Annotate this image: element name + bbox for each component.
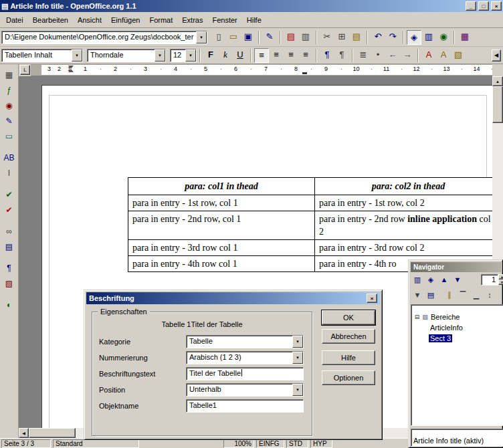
anchor-text-icon[interactable]: ↕ <box>483 289 496 302</box>
menu-item-hilfe[interactable]: Hilfe <box>242 13 266 27</box>
footer-icon[interactable]: ▁ <box>470 289 483 302</box>
toolbar-more-button[interactable]: ◀ <box>492 49 501 62</box>
status-hyperlink-mode[interactable]: HYP <box>310 439 332 448</box>
table-cell[interactable]: para in entry - 1st row, col 2 <box>314 195 492 211</box>
table-cell[interactable]: para in entry - 3rd row col 2 <box>314 240 492 255</box>
menu-item-bearbeiten[interactable]: Bearbeiten <box>28 13 73 27</box>
new-document-icon[interactable]: ▯ <box>211 30 226 45</box>
insert-icon[interactable]: ▦ <box>2 69 16 83</box>
menu-item-extras[interactable]: Extras <box>177 13 207 27</box>
table-cell[interactable]: para in entry - 3rd row col 1 <box>128 240 314 255</box>
print-icon[interactable]: ▥ <box>298 30 313 45</box>
font-name-combobox[interactable]: Thorndale ▼ <box>87 49 166 62</box>
tree-item-bereiche[interactable]: ⊟ ▨ Bereiche <box>411 312 503 322</box>
tree-item-label[interactable]: Sect 3 <box>429 334 452 342</box>
navigator-document-item[interactable]: Article Info title (aktiv) <box>411 437 486 446</box>
horizontal-scroll-thumb[interactable] <box>29 428 76 438</box>
data-sources-icon[interactable]: ▤ <box>2 241 16 255</box>
content-view-icon[interactable]: ▤ <box>424 289 437 302</box>
autotext-icon[interactable]: AB <box>2 152 16 166</box>
font-name-value[interactable]: Thorndale <box>88 49 155 62</box>
graphics-onoff-icon[interactable]: ▧ <box>2 277 16 292</box>
bold-icon[interactable]: F <box>203 48 218 63</box>
background-color-icon[interactable]: ▧ <box>451 48 466 63</box>
decrease-indent-icon[interactable]: ← <box>385 48 400 63</box>
table-cell[interactable]: para in entry - 2nd row inline applicati… <box>314 211 492 239</box>
italic-icon[interactable]: k <box>218 48 233 63</box>
position-value[interactable]: Unterhalb <box>187 384 292 396</box>
align-justify-icon[interactable]: ≡ <box>298 48 313 63</box>
header-icon[interactable]: ▔ <box>456 289 470 302</box>
tree-item-sect3[interactable]: Sect 3 <box>411 333 503 344</box>
title-bar[interactable]: ▤ Article Info title - OpenOffice.org 1.… <box>0 0 503 12</box>
scroll-up-button[interactable]: ▲ <box>492 76 503 86</box>
numbering-select[interactable]: Arabisch (1 2 3) ▼ <box>186 351 304 364</box>
align-right-icon[interactable]: ≡ <box>284 48 298 63</box>
find-replace-icon[interactable]: ∞ <box>2 225 16 239</box>
paragraph-style-value[interactable]: Tabellen Inhalt <box>2 49 72 62</box>
open-icon[interactable]: ▭ <box>226 30 241 45</box>
horizontal-ruler[interactable]: 321 1234567891011121314 <box>31 64 492 76</box>
hyperlink-icon[interactable]: ◉ <box>436 30 451 45</box>
toggle-icon[interactable]: ▥ <box>411 273 424 287</box>
export-pdf-icon[interactable]: ▤ <box>284 30 298 45</box>
style-dropdown-button[interactable]: ▼ <box>72 49 82 62</box>
navigation-icon[interactable]: ◈ <box>424 273 437 287</box>
dialog-close-button[interactable]: × <box>367 294 377 303</box>
maximize-button[interactable]: □ <box>478 1 489 11</box>
document-table[interactable]: para: col1 in thead para: col2 in thead … <box>128 177 492 272</box>
menu-item-ansicht[interactable]: Ansicht <box>73 13 106 27</box>
drag-mode-icon[interactable]: ▼ <box>411 289 424 302</box>
url-combobox[interactable]: D:\Eigene Dokumente\OpenOffice.org Zeugs… <box>1 31 207 44</box>
redo-icon[interactable]: ↷ <box>385 30 400 45</box>
align-center-icon[interactable]: ≡ <box>269 48 284 63</box>
indent-marker[interactable] <box>68 66 74 72</box>
paragraph-ltr-icon[interactable]: ¶ <box>320 48 334 63</box>
menu-item-datei[interactable]: Datei <box>1 13 28 27</box>
caption-text-field[interactable]: Titel der Tabelle <box>186 367 304 380</box>
vertical-scroll-thumb[interactable] <box>492 86 503 123</box>
position-select[interactable]: Unterhalb ▼ <box>186 383 304 397</box>
position-dropdown-button[interactable]: ▼ <box>292 384 303 396</box>
set-reminder-icon[interactable]: ∥ <box>443 289 456 302</box>
font-dropdown-button[interactable]: ▼ <box>155 49 165 62</box>
stylist-icon[interactable]: ▥ <box>421 30 436 45</box>
increase-indent-icon[interactable]: → <box>400 48 415 63</box>
size-dropdown-button[interactable]: ▼ <box>185 49 196 62</box>
url-value[interactable]: D:\Eigene Dokumente\OpenOffice.org Zeugs… <box>2 31 196 43</box>
nonprinting-characters-icon[interactable]: ¶ <box>2 262 16 276</box>
draw-functions-icon[interactable]: ✎ <box>2 115 16 129</box>
category-value[interactable]: Tabelle <box>187 336 292 348</box>
font-color-icon[interactable]: A <box>421 48 436 63</box>
font-size-combobox[interactable]: 12 ▼ <box>170 49 197 62</box>
spin-up-button[interactable]: ▲ <box>498 274 503 279</box>
table-cell[interactable]: para in entry - 2nd row, col 1 <box>128 211 314 239</box>
bullets-icon[interactable]: • <box>371 48 385 63</box>
close-button[interactable]: × <box>491 1 502 11</box>
align-left-icon[interactable]: ≡ <box>254 48 269 63</box>
tree-expander-icon[interactable]: ⊟ <box>413 314 421 320</box>
numbering-dropdown-button[interactable]: ▼ <box>292 352 303 364</box>
tree-item-label[interactable]: Bereiche <box>429 313 461 321</box>
table-cell[interactable]: para in entry - 4th row col 1 <box>128 256 314 271</box>
numbering-value[interactable]: Arabisch (1 2 3) <box>187 352 292 364</box>
status-insert-mode[interactable]: EINFG <box>256 439 284 448</box>
object-name-field[interactable]: Tabelle1 <box>186 399 304 413</box>
cancel-button[interactable]: Abbrechen <box>322 329 375 344</box>
category-select[interactable]: Tabelle ▼ <box>186 335 304 348</box>
font-size-value[interactable]: 12 <box>171 49 185 62</box>
spin-down-button[interactable]: ▼ <box>498 279 503 285</box>
previous-page-icon[interactable]: ▲ <box>437 273 451 287</box>
menu-item-format[interactable]: Format <box>144 13 177 27</box>
undo-icon[interactable]: ↶ <box>371 30 385 45</box>
table-header-cell[interactable]: para: col2 in thead <box>314 178 492 195</box>
status-selection-mode[interactable]: STD <box>286 439 308 448</box>
numbering-icon[interactable]: ≣ <box>356 48 371 63</box>
navigator-icon[interactable]: ◈ <box>407 30 421 45</box>
help-button[interactable]: Hilfe <box>322 350 375 365</box>
underline-icon[interactable]: U <box>233 48 247 63</box>
paragraph-style-combobox[interactable]: Tabellen Inhalt ▼ <box>1 49 83 62</box>
tree-item-articleinfo[interactable]: ArticleInfo <box>411 322 503 333</box>
category-dropdown-button[interactable]: ▼ <box>292 336 303 348</box>
tab-type-button[interactable]: L <box>20 65 30 75</box>
